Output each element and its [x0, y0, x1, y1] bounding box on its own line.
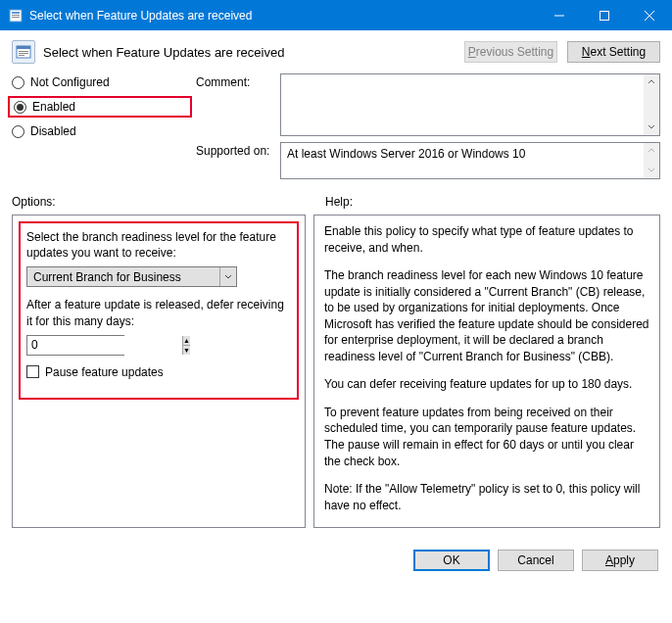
help-paragraph: The branch readiness level for each new … [324, 267, 649, 364]
help-paragraph: To prevent feature updates from being re… [324, 405, 649, 469]
supported-on-label: Supported on: [196, 142, 272, 158]
svg-rect-10 [19, 51, 28, 52]
options-panel: Select the branch readiness level for th… [12, 215, 306, 528]
chevron-down-icon [644, 163, 659, 178]
window-controls [537, 0, 672, 30]
radio-enabled[interactable]: Enabled [14, 100, 186, 114]
svg-rect-5 [600, 11, 609, 20]
supported-on-box: At least Windows Server 2016 or Windows … [280, 142, 660, 179]
branch-readiness-combo[interactable]: Current Branch for Business [26, 266, 237, 287]
titlebar: Select when Feature Updates are received [0, 0, 672, 30]
chevron-up-icon [644, 143, 659, 159]
comment-label: Comment: [196, 73, 272, 89]
help-panel: Enable this policy to specify what type … [313, 215, 660, 528]
chevron-up-icon[interactable] [644, 74, 659, 90]
radio-disabled[interactable]: Disabled [12, 124, 188, 138]
state-radios: Not Configured Enabled Disabled [12, 73, 188, 179]
comment-textarea[interactable] [280, 73, 660, 136]
scrollbar-vertical [644, 143, 659, 178]
help-paragraph: Enable this policy to specify what type … [324, 223, 649, 256]
radio-label: Not Configured [30, 75, 110, 89]
svg-rect-9 [17, 46, 30, 49]
radio-not-configured[interactable]: Not Configured [12, 75, 188, 89]
options-label: Options: [12, 195, 302, 209]
svg-rect-11 [19, 53, 28, 54]
defer-days-spinner[interactable]: ▲ ▼ [26, 335, 124, 356]
svg-rect-12 [19, 55, 24, 56]
spinner-up-icon[interactable]: ▲ [183, 336, 190, 346]
defer-days-text: After a feature update is released, defe… [26, 297, 291, 328]
apply-button[interactable]: Apply [582, 550, 658, 571]
spinner-down-icon[interactable]: ▼ [183, 346, 190, 355]
radio-label: Disabled [30, 124, 76, 138]
close-button[interactable] [627, 0, 672, 30]
window-title: Select when Feature Updates are received [29, 9, 537, 23]
dialog-footer: OK Cancel Apply [0, 540, 672, 581]
svg-rect-1 [12, 12, 20, 14]
chevron-down-icon[interactable] [644, 120, 659, 135]
checkbox-icon [26, 365, 39, 378]
ok-button[interactable]: OK [413, 550, 490, 571]
dialog-icon [12, 40, 35, 64]
help-paragraph: Note: If the "Allow Telemetry" policy is… [324, 481, 649, 513]
radio-label: Enabled [32, 100, 75, 114]
branch-readiness-text: Select the branch readiness level for th… [26, 229, 291, 261]
previous-setting-button: Previous Setting [464, 41, 557, 63]
chevron-down-icon[interactable] [219, 267, 236, 286]
combo-value: Current Branch for Business [27, 270, 219, 284]
maximize-button[interactable] [582, 0, 627, 30]
policy-icon [8, 8, 24, 24]
minimize-button[interactable] [537, 0, 582, 30]
svg-rect-3 [12, 17, 20, 18]
next-setting-button[interactable]: Next Setting [567, 41, 660, 63]
defer-days-input[interactable] [27, 336, 182, 355]
help-paragraph: You can defer receiving feature updates … [324, 376, 649, 393]
help-label: Help: [325, 195, 353, 209]
pause-updates-checkbox[interactable]: Pause feature updates [26, 365, 291, 379]
scrollbar-vertical[interactable] [644, 74, 659, 135]
cancel-button[interactable]: Cancel [498, 550, 574, 571]
page-title: Select when Feature Updates are received [43, 45, 464, 60]
svg-rect-2 [12, 15, 20, 16]
checkbox-label: Pause feature updates [45, 365, 164, 379]
